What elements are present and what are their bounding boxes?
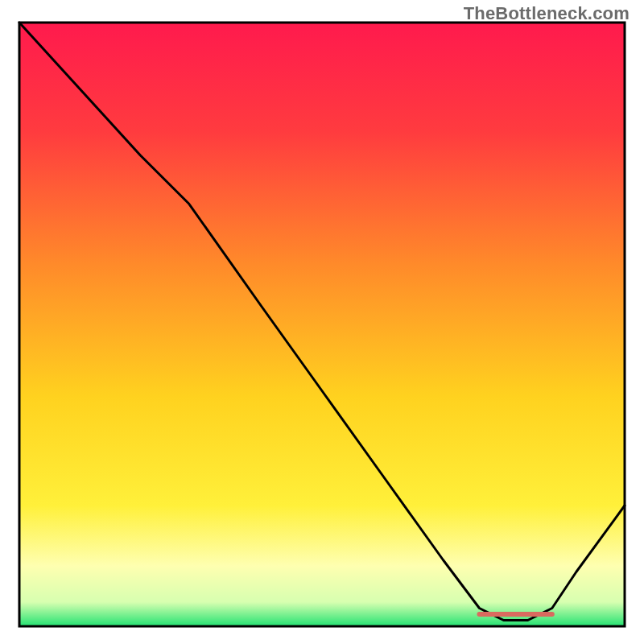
chart-container: TheBottleneck.com [0, 0, 644, 644]
bottleneck-chart [0, 0, 644, 644]
plot-area [19, 23, 625, 626]
plot-background [19, 23, 625, 626]
watermark-text: TheBottleneck.com [464, 3, 630, 24]
